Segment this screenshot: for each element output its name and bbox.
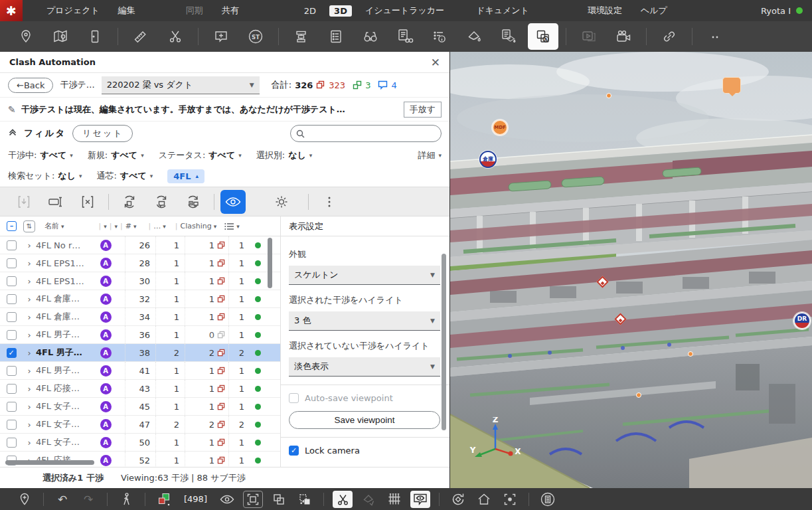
focus-selection-icon[interactable] (500, 491, 520, 508)
display-panel-scrollbar[interactable] (442, 254, 446, 430)
issue-visibility-icon[interactable] (410, 491, 430, 508)
home-view-icon[interactable] (474, 491, 494, 508)
link-icon[interactable] (654, 23, 685, 50)
menu-share[interactable]: 共有 (212, 5, 248, 17)
row-expand-icon[interactable]: › (23, 348, 36, 358)
walk-mode-icon[interactable] (116, 491, 136, 508)
table-vertical-scrollbar[interactable] (268, 238, 272, 288)
menu-edit[interactable]: 編集 (109, 5, 145, 17)
visibility-settings-icon[interactable] (220, 190, 246, 214)
clash-test-select[interactable]: 220202 梁 vs ダクト▼ (102, 76, 260, 94)
clash-table-row[interactable]: › 4FL 応接… A 43 1 1 1 (0, 380, 280, 398)
clash-table-row[interactable]: ✓ › 4FL 男子… A 38 2 2 2 (0, 344, 280, 362)
issue-pin-icon[interactable] (11, 23, 41, 50)
row-checkbox[interactable] (7, 330, 17, 340)
user-menu[interactable]: Ryota I (761, 6, 812, 16)
small-issue-dot[interactable] (636, 392, 641, 398)
row-expand-icon[interactable]: › (23, 384, 36, 394)
col-number[interactable]: #▾ (125, 222, 137, 230)
lock-camera-checkbox[interactable]: ✓Lock camera (289, 446, 440, 456)
clip-planes-icon[interactable] (333, 491, 353, 508)
row-checkbox[interactable] (7, 258, 17, 268)
unselected-highlight-select[interactable]: 淡色表示▼ (289, 357, 440, 377)
filter-reset-button[interactable]: リセット (72, 125, 133, 142)
more-icon[interactable] (700, 23, 730, 50)
clash-table-row[interactable]: › 4FL EPS1… A 30 1 1 1 (0, 272, 280, 290)
row-expand-icon[interactable]: › (23, 438, 36, 448)
undo-icon[interactable]: ↶ (52, 491, 72, 508)
section-box-icon[interactable] (243, 491, 263, 508)
overlap-auto-icon[interactable]: A (528, 23, 558, 50)
clash-table-row[interactable]: › 4FL 女子… A 47 2 2 2 (0, 416, 280, 434)
clash-table-row[interactable]: › 4FL 倉庫… A 34 1 1 1 (0, 308, 280, 326)
col-open[interactable]: …▾ (153, 222, 166, 230)
filter-new[interactable]: 新規:すべて▾ (88, 149, 144, 161)
paint-bucket-icon[interactable] (459, 23, 489, 50)
reset-view-icon[interactable] (448, 491, 468, 508)
row-expand-icon[interactable]: › (23, 330, 36, 340)
clash-table-row[interactable]: › 4FL 男子… A 41 1 1 1 (0, 362, 280, 380)
row-checkbox[interactable] (7, 402, 17, 412)
filter-search-set[interactable]: 検索セット:なし▾ (8, 170, 82, 182)
section-planes-icon[interactable] (286, 23, 317, 50)
refresh-add-issue-icon[interactable] (179, 190, 208, 214)
clash-table-row[interactable]: › 4FL 女子… A 45 1 1 1 (0, 398, 280, 416)
col-extra[interactable]: ▾ (115, 223, 118, 230)
clash-table-row[interactable]: › 4FL No r… A 26 1 1 1 (0, 236, 280, 254)
stamp-room-marker[interactable]: 倉庫 (479, 151, 497, 168)
filter-status[interactable]: ステータス:すべて▾ (159, 149, 242, 161)
issue-bubble-marker[interactable] (722, 77, 741, 94)
filter-advanced[interactable]: 詳細▾ (418, 149, 442, 161)
clear-group-icon[interactable] (73, 190, 102, 214)
menu-documents[interactable]: ドキュメント (467, 5, 538, 17)
col-status-icon[interactable]: ▾ (224, 222, 240, 230)
panel-more-icon[interactable] (315, 190, 344, 214)
appearance-select[interactable]: スケルトン▼ (289, 266, 440, 285)
clash-table-row[interactable]: › 4FL 倉庫… A 32 1 1 1 (0, 290, 280, 308)
appearance-override-icon[interactable] (493, 23, 524, 50)
row-expand-icon[interactable]: › (23, 276, 36, 286)
row-checkbox[interactable] (7, 420, 17, 430)
small-issue-dot[interactable] (688, 351, 693, 357)
row-expand-icon[interactable]: › (23, 258, 36, 268)
clash-view-colored-icon[interactable] (154, 491, 174, 508)
release-button[interactable]: 手放す (404, 102, 442, 118)
row-checkbox[interactable] (7, 276, 17, 286)
row-expand-icon[interactable]: › (23, 294, 36, 304)
stamp-dr-marker[interactable]: DR (793, 312, 811, 329)
col-clashing[interactable]: Clashing▾ (180, 222, 216, 230)
stamp-st-icon[interactable]: ST (240, 23, 271, 50)
settings-gear-icon[interactable] (267, 190, 296, 214)
list-info-icon[interactable] (424, 23, 455, 50)
row-expand-icon[interactable]: › (23, 312, 36, 322)
row-checkbox[interactable]: ✓ (7, 348, 17, 358)
row-expand-icon[interactable]: › (23, 240, 36, 250)
refresh-issues-icon[interactable] (147, 190, 176, 214)
menu-help[interactable]: ヘルプ (631, 5, 677, 17)
row-checkbox[interactable] (7, 312, 17, 322)
autosave-viewpoint-checkbox[interactable]: Auto-save viewpoint (289, 393, 440, 403)
report-search-icon[interactable] (390, 23, 420, 50)
back-button[interactable]: ←Back (8, 78, 53, 93)
row-expand-icon[interactable]: › (23, 420, 36, 430)
binoculars-icon[interactable] (355, 23, 386, 50)
hide-selected-icon[interactable] (295, 491, 315, 508)
small-issue-dot[interactable] (606, 93, 611, 98)
rename-icon[interactable] (41, 190, 70, 214)
sort-toggle[interactable]: ⇅ (23, 220, 35, 232)
menu-2d[interactable]: 2D (295, 6, 325, 16)
app-logo-icon[interactable]: ✱ (0, 0, 23, 21)
save-viewpoint-button[interactable]: Save viewpoint (289, 411, 440, 429)
row-checkbox[interactable] (7, 294, 17, 304)
clash-table-row[interactable]: › 4FL 女子… A 50 1 1 1 (0, 434, 280, 452)
row-checkbox[interactable] (7, 438, 17, 448)
row-expand-icon[interactable]: › (23, 402, 36, 412)
add-pin-icon[interactable] (15, 491, 35, 508)
row-checkbox[interactable] (7, 384, 17, 394)
menu-project[interactable]: プロジェクト (37, 5, 109, 17)
col-badge[interactable]: ▾ (104, 223, 107, 230)
visibility-eye-icon[interactable] (217, 491, 237, 508)
clip-scissors-icon[interactable] (160, 23, 191, 50)
row-checkbox[interactable] (7, 366, 17, 376)
grid-lines-icon[interactable] (384, 491, 404, 508)
